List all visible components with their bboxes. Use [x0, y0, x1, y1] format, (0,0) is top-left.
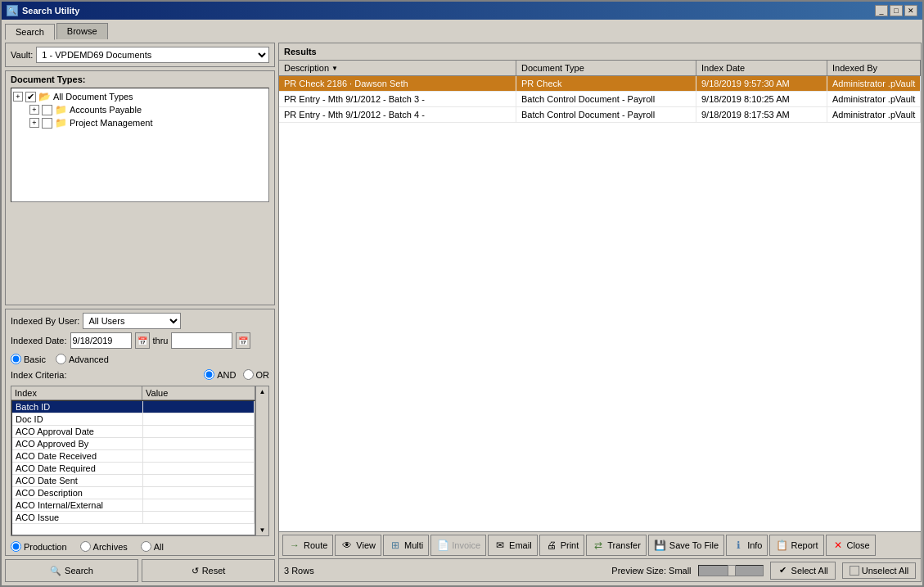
checkbox-all[interactable]: ✔ — [25, 92, 36, 102]
result-row-3-desc: PR Entry - Mth 9/1/2012 - Batch 4 - — [279, 107, 516, 122]
preview-size-slider[interactable] — [698, 565, 764, 576]
index-row-aco-approval-date[interactable]: ACO Approval Date — [12, 426, 255, 438]
select-all-check-icon: ✔ — [778, 565, 789, 576]
print-label: Print — [561, 540, 579, 550]
date-to-input[interactable] — [171, 332, 232, 349]
search-button-label: Search — [65, 566, 93, 576]
index-row-aco-date-received[interactable]: ACO Date Received — [12, 450, 255, 463]
window-title: Search Utility — [22, 6, 79, 16]
invoice-button[interactable]: 📄 Invoice — [430, 535, 486, 556]
mode-advanced-radio[interactable] — [56, 354, 66, 364]
index-batch-id-value[interactable] — [143, 401, 255, 413]
index-doc-id-value[interactable] — [143, 413, 255, 425]
date-to-calendar-btn[interactable]: 📅 — [236, 332, 250, 349]
col-header-indexed-by[interactable]: Indexed By — [827, 61, 921, 75]
mode-basic-option[interactable]: Basic — [11, 354, 46, 364]
mode-radio-group: Basic Advanced — [11, 354, 269, 364]
or-option[interactable]: OR — [243, 369, 270, 380]
expand-all-icon[interactable]: + — [13, 92, 23, 102]
search-button[interactable]: 🔍 Search — [5, 559, 138, 582]
result-row-3[interactable]: PR Entry - Mth 9/1/2012 - Batch 4 - Batc… — [279, 107, 921, 123]
index-table-body[interactable]: Batch ID Doc ID ACO Approval Date — [11, 400, 255, 535]
all-radio[interactable] — [141, 541, 151, 552]
archives-option[interactable]: Archives — [80, 541, 128, 552]
index-aco-date-required-value[interactable] — [143, 463, 255, 474]
view-button[interactable]: 👁 View — [335, 535, 381, 556]
doc-type-all[interactable]: + ✔ 📂 All Document Types — [13, 90, 267, 103]
report-button[interactable]: 📋 Report — [769, 535, 823, 556]
index-aco-issue-label: ACO Issue — [12, 512, 143, 523]
minimize-button[interactable]: _ — [875, 5, 888, 16]
multi-button[interactable]: ⊞ Multi — [383, 535, 429, 556]
production-option[interactable]: Production — [11, 541, 67, 552]
expand-pm-icon[interactable]: + — [29, 118, 39, 128]
date-from-calendar-btn[interactable]: 📅 — [135, 332, 150, 349]
index-col-header: Index — [11, 386, 142, 400]
index-row-aco-description[interactable]: ACO Description — [12, 487, 255, 499]
reset-button[interactable]: ↺ Reset — [142, 559, 275, 582]
archives-label: Archives — [93, 542, 128, 552]
index-aco-date-received-value[interactable] — [143, 450, 255, 462]
index-row-doc-id[interactable]: Doc ID — [12, 413, 255, 426]
save-to-file-button[interactable]: 💾 Save To File — [648, 535, 724, 556]
scroll-down-btn[interactable]: ▼ — [258, 525, 268, 535]
index-aco-date-sent-value[interactable] — [143, 475, 255, 486]
indexed-by-select[interactable]: All Users — [83, 313, 181, 329]
scroll-up-btn[interactable]: ▲ — [258, 386, 268, 397]
doc-types-list: + ✔ 📂 All Document Types + 📁 Accounts Pa… — [11, 88, 269, 202]
doc-type-project-mgmt[interactable]: + 📁 Project Management — [13, 116, 267, 129]
index-aco-approval-date-value[interactable] — [143, 426, 255, 437]
mode-basic-radio[interactable] — [11, 354, 21, 364]
and-radio[interactable] — [204, 369, 214, 380]
checkbox-pm[interactable] — [42, 118, 52, 129]
all-option[interactable]: All — [141, 541, 164, 552]
and-option[interactable]: AND — [204, 369, 236, 380]
slider-track[interactable] — [698, 565, 764, 576]
result-row-1[interactable]: PR Check 2186 · Dawson Seth PR Check 9/1… — [279, 76, 921, 92]
index-aco-issue-value[interactable] — [143, 512, 255, 523]
close-window-button[interactable]: ✕ — [904, 5, 917, 16]
checkbox-ap[interactable] — [42, 105, 52, 115]
index-scrollbar[interactable]: ▲ ▼ — [255, 386, 268, 535]
slider-thumb[interactable] — [728, 565, 736, 576]
results-body[interactable]: PR Check 2186 · Dawson Seth PR Check 9/1… — [279, 76, 921, 531]
col-header-description[interactable]: Description ▼ — [279, 61, 516, 75]
select-all-button[interactable]: ✔ Select All — [770, 562, 836, 580]
index-row-aco-date-required[interactable]: ACO Date Required — [12, 463, 255, 475]
result-row-1-indexedby: Administrator .pVault — [827, 76, 921, 91]
index-row-aco-date-sent[interactable]: ACO Date Sent — [12, 475, 255, 487]
index-row-aco-internal-external[interactable]: ACO Internal/External — [12, 499, 255, 512]
reset-button-label: Reset — [202, 566, 226, 576]
result-row-2[interactable]: PR Entry - Mth 9/1/2012 - Batch 3 - Batc… — [279, 92, 921, 107]
doc-type-accounts-payable[interactable]: + 📁 Accounts Payable — [13, 103, 267, 116]
select-all-label: Select All — [791, 566, 828, 576]
expand-ap-icon[interactable]: + — [29, 105, 39, 115]
index-row-aco-issue[interactable]: ACO Issue — [12, 512, 255, 524]
vault-select[interactable]: 1 - VPDEMD69 Documents — [36, 47, 269, 63]
maximize-button[interactable]: □ — [890, 5, 903, 16]
production-radio[interactable] — [11, 541, 21, 552]
index-row-aco-approved-by[interactable]: ACO Approved By — [12, 438, 255, 450]
route-button[interactable]: → Route — [282, 535, 333, 556]
index-aco-approved-by-value[interactable] — [143, 438, 255, 449]
tab-search[interactable]: Search — [5, 24, 55, 40]
index-aco-description-value[interactable] — [143, 487, 255, 499]
mode-advanced-option[interactable]: Advanced — [56, 354, 109, 364]
tab-browse[interactable]: Browse — [56, 23, 108, 39]
or-radio[interactable] — [243, 369, 254, 380]
date-from-input[interactable] — [70, 332, 132, 349]
print-button[interactable]: 🖨 Print — [539, 535, 585, 556]
mode-advanced-label: Advanced — [69, 354, 109, 364]
index-aco-int-ext-value[interactable] — [143, 499, 255, 511]
unselect-all-button[interactable]: Unselect All — [842, 562, 916, 579]
mode-basic-label: Basic — [24, 354, 46, 364]
doc-types-section: Document Types: + ✔ 📂 All Document Types… — [5, 70, 275, 305]
transfer-button[interactable]: ⇄ Transfer — [586, 535, 647, 556]
email-button[interactable]: ✉ Email — [488, 535, 538, 556]
archives-radio[interactable] — [80, 541, 91, 552]
index-row-batch-id[interactable]: Batch ID — [12, 401, 255, 413]
info-button[interactable]: ℹ Info — [726, 535, 768, 556]
close-button[interactable]: ✕ Close — [826, 535, 876, 556]
col-header-doc-type[interactable]: Document Type — [516, 61, 696, 75]
col-header-index-date[interactable]: Index Date — [696, 61, 827, 75]
